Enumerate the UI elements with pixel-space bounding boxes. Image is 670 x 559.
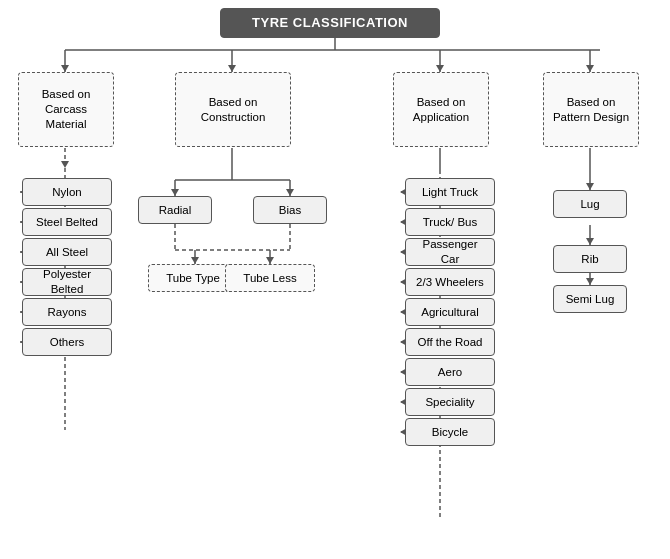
app-item-agricultural: Agricultural: [405, 298, 495, 326]
carcass-item-all-steel: All Steel: [22, 238, 112, 266]
svg-marker-3: [61, 65, 69, 72]
svg-marker-7: [436, 65, 444, 72]
svg-marker-28: [171, 189, 179, 196]
carcass-item-polyester-belted: Polyester Belted: [22, 268, 112, 296]
carcass-item-rayons: Rayons: [22, 298, 112, 326]
tube-less-box: Tube Less: [225, 264, 315, 292]
app-item-wheelers: 2/3 Wheelers: [405, 268, 495, 296]
app-item-bicycle: Bicycle: [405, 418, 495, 446]
svg-marker-63: [586, 278, 594, 285]
pattern-item-rib: Rib: [553, 245, 627, 273]
app-item-passenger-car: Passenger Car: [405, 238, 495, 266]
app-item-truck-bus: Truck/ Bus: [405, 208, 495, 236]
root-box: TYRE CLASSIFICATION: [220, 8, 440, 38]
application-category-box: Based on Application: [393, 72, 489, 147]
app-item-light-truck: Light Truck: [405, 178, 495, 206]
tyre-classification-diagram: TYRE CLASSIFICATION Based on Carcass Mat…: [0, 0, 670, 559]
carcass-item-others: Others: [22, 328, 112, 356]
carcass-item-nylon: Nylon: [22, 178, 112, 206]
svg-marker-9: [586, 65, 594, 72]
svg-marker-59: [586, 183, 594, 190]
construction-category-box: Based on Construction: [175, 72, 291, 147]
app-item-off-road: Off the Road: [405, 328, 495, 356]
app-item-aero: Aero: [405, 358, 495, 386]
carcass-item-steel-belted: Steel Belted: [22, 208, 112, 236]
pattern-item-lug: Lug: [553, 190, 627, 218]
svg-marker-30: [286, 189, 294, 196]
carcass-category-box: Based on Carcass Material: [18, 72, 114, 147]
svg-marker-5: [228, 65, 236, 72]
svg-marker-61: [586, 238, 594, 245]
svg-marker-37: [266, 257, 274, 264]
app-item-speciality: Speciality: [405, 388, 495, 416]
bias-box: Bias: [253, 196, 327, 224]
pattern-category-box: Based on Pattern Design: [543, 72, 639, 147]
radial-box: Radial: [138, 196, 212, 224]
svg-marker-35: [191, 257, 199, 264]
pattern-item-semi-lug: Semi Lug: [553, 285, 627, 313]
svg-marker-11: [61, 161, 69, 168]
